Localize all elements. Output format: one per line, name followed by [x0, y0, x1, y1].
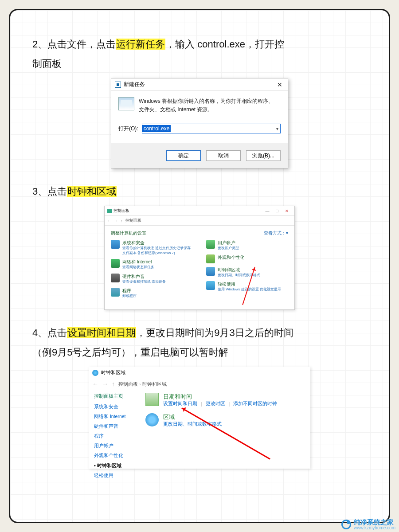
- cp-item[interactable]: 程序: [122, 288, 137, 294]
- control-panel-window: 控制面板 — □ ✕ ← → ↑ 控制面板 调整计算机的设置 查看方式：▾: [104, 206, 295, 310]
- browse-button[interactable]: 浏览(B)...: [246, 150, 281, 161]
- datetime-heading[interactable]: 日期和时间: [163, 393, 277, 401]
- calendar-icon: [145, 393, 159, 406]
- forward-icon[interactable]: →: [114, 219, 118, 223]
- breadcrumb[interactable]: 控制面板: [125, 218, 141, 223]
- highlight: 设置时间和日期: [67, 327, 136, 338]
- dialog-title: 新建任务: [124, 81, 145, 88]
- cp-title: 控制面板: [113, 208, 129, 214]
- cp-heading: 调整计算机的设置: [111, 230, 146, 236]
- cp-item[interactable]: 网络和 Internet: [122, 259, 154, 265]
- sidebar-link[interactable]: 用户帐户: [94, 443, 142, 449]
- step-3-text: 3、点击时钟和区域: [32, 182, 367, 201]
- window-title: 时钟和区域: [101, 369, 125, 376]
- cancel-button[interactable]: 取消: [206, 150, 241, 161]
- open-combobox[interactable]: control.exe ▾: [142, 124, 281, 133]
- step-2-text: 2、点击文件，点击运行新任务，输入 control.exe，打开控制面板: [32, 35, 367, 74]
- clock-region-window: 时钟和区域 ← → ↑ 控制面板 › 时钟和区域 控制面板主页 系统和安全 网络…: [89, 367, 310, 469]
- sidebar-link[interactable]: 外观和个性化: [94, 453, 142, 459]
- network-icon: [111, 259, 120, 268]
- run-icon: [115, 82, 121, 88]
- cp-icon: [107, 209, 112, 213]
- sidebar-link[interactable]: 程序: [94, 433, 142, 439]
- cp-left-col: 系统和安全查看你的计算机状态 通过文件历史记录保存文件副本 备份和还原(Wind…: [111, 240, 193, 298]
- ok-button[interactable]: 确定: [166, 150, 201, 161]
- up-icon[interactable]: ↑: [112, 380, 115, 387]
- dialog-message: Windows 将根据你所键入的名称，为你打开相应的程序、文件夹、文档或 Int…: [139, 97, 274, 114]
- close-icon[interactable]: ✕: [275, 81, 284, 88]
- cp-item[interactable]: 硬件和声音: [122, 274, 166, 280]
- minimize-icon[interactable]: —: [262, 209, 272, 213]
- sidebar-current: • 时钟和区域: [94, 462, 142, 469]
- cp-viewmode[interactable]: 查看方式：▾: [264, 230, 288, 236]
- globe-icon: [92, 370, 98, 376]
- cp-item[interactable]: 用户帐户: [218, 240, 239, 246]
- sidebar-link[interactable]: 系统和安全: [94, 404, 142, 410]
- sidebar-link[interactable]: 轻松使用: [94, 473, 142, 479]
- open-label: 打开(O):: [118, 125, 138, 133]
- back-icon[interactable]: ←: [92, 380, 98, 387]
- add-clock-link[interactable]: 添加不同时区的时钟: [233, 401, 277, 407]
- user-icon: [206, 240, 215, 249]
- sidebar-link[interactable]: 网络和 Internet: [94, 414, 142, 420]
- shield-icon: [111, 240, 120, 249]
- back-icon[interactable]: ←: [107, 219, 111, 223]
- appearance-icon: [206, 254, 215, 263]
- maximize-icon[interactable]: □: [272, 209, 282, 213]
- hardware-icon: [111, 274, 120, 282]
- programs-icon: [111, 288, 120, 297]
- logo-icon: [341, 520, 351, 529]
- sidebar: 控制面板主页 系统和安全 网络和 Internet 硬件和声音 程序 用户帐户 …: [89, 391, 142, 479]
- sidebar-link[interactable]: 硬件和声音: [94, 423, 142, 430]
- ease-icon: [206, 281, 215, 290]
- highlight: 运行新任务: [116, 39, 165, 50]
- sidebar-heading: 控制面板主页: [94, 393, 142, 399]
- step-4-text: 4、点击设置时间和日期，更改日期时间为9月3日之后的时间（例9月5号之后均可），…: [32, 323, 367, 362]
- close-icon[interactable]: ✕: [282, 209, 292, 213]
- cp-item[interactable]: 系统和安全: [122, 240, 193, 246]
- up-icon[interactable]: ↑: [121, 219, 123, 223]
- dialog-titlebar: 新建任务 ✕: [111, 78, 288, 91]
- highlight: 时钟和区域: [67, 186, 117, 197]
- run-dialog: 新建任务 ✕ Windows 将根据你所键入的名称，为你打开相应的程序、文件夹、…: [111, 78, 288, 168]
- forward-icon[interactable]: →: [102, 380, 108, 387]
- change-tz-link[interactable]: 更改时区: [206, 401, 225, 407]
- chevron-down-icon[interactable]: ▾: [276, 126, 278, 131]
- cp-item[interactable]: 外观和个性化: [218, 254, 244, 261]
- breadcrumb[interactable]: 控制面板 › 时钟和区域: [118, 381, 167, 387]
- open-value: control.exe: [142, 125, 171, 132]
- clock-icon: [206, 267, 215, 276]
- dialog-icon: [118, 97, 134, 110]
- watermark: 纯净系统之家 www.kzmyhome.com: [341, 518, 395, 530]
- page: 2、点击文件，点击运行新任务，输入 control.exe，打开控制面板 新建任…: [9, 9, 390, 523]
- region-icon: [145, 413, 159, 426]
